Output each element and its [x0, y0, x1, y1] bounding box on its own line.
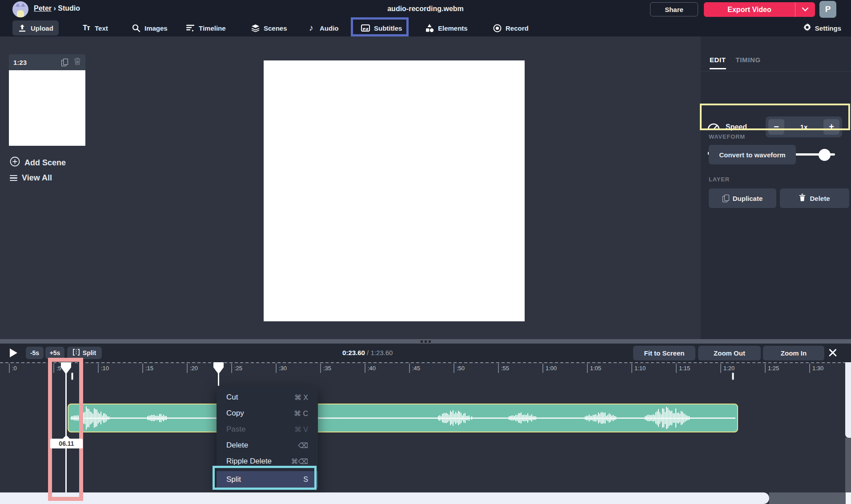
upload-icon	[18, 24, 27, 32]
zoom-out-button[interactable]: Zoom Out	[698, 346, 761, 360]
menu-item-shortcut: ⌘ C	[294, 409, 308, 418]
clip-trim-handle-left[interactable]	[71, 372, 73, 380]
ruler-tick-label: :25	[234, 365, 242, 372]
ruler-tick	[98, 364, 99, 373]
ruler-tick	[53, 364, 54, 373]
toolbar-item-label: Audio	[320, 24, 339, 32]
speed-stepper: − 1x +	[766, 116, 842, 137]
timeline-icon	[186, 24, 195, 32]
chevron-down-icon[interactable]	[795, 8, 815, 12]
speed-increase-button[interactable]: +	[823, 119, 839, 135]
context-menu-item-split[interactable]: SplitS	[217, 471, 318, 488]
ruler-tick	[454, 364, 454, 373]
duplicate-layer-button[interactable]: Duplicate	[709, 188, 776, 208]
settings-label: Settings	[815, 24, 841, 32]
toolbar-item-label: Record	[506, 24, 529, 32]
menu-item-label: Copy	[226, 409, 244, 418]
toolbar-item-record[interactable]: Record	[487, 20, 534, 36]
ruler-tick-label: :50	[457, 365, 465, 372]
panel-tabs: EDIT TIMING	[710, 56, 761, 69]
export-video-button[interactable]: Export Video	[704, 2, 815, 17]
menu-item-shortcut: ⌘⌫	[291, 457, 308, 466]
play-button[interactable]	[10, 348, 17, 357]
menu-item-label: Paste	[226, 425, 245, 434]
marker-line	[65, 373, 67, 492]
horizontal-scrollbar-track[interactable]	[769, 492, 846, 504]
toolbar-item-elements[interactable]: Elements	[420, 20, 473, 36]
duplicate-scene-icon[interactable]	[61, 59, 68, 66]
context-menu-item-ripple-delete[interactable]: Ripple Delete⌘⌫	[217, 453, 318, 469]
fit-to-screen-button[interactable]: Fit to Screen	[633, 346, 695, 360]
video-canvas[interactable]	[264, 60, 525, 321]
ruler-tick	[720, 364, 721, 373]
convert-to-waveform-button[interactable]: Convert to waveform	[709, 145, 796, 164]
ruler-dashed-border	[0, 362, 851, 363]
ruler-tick	[409, 364, 410, 373]
toolbar-item-label: Scenes	[264, 24, 287, 32]
context-menu: Cut⌘ XCopy⌘ CPaste⌘ VDelete⌫Ripple Delet…	[217, 386, 318, 492]
close-timeline-icon[interactable]	[827, 347, 839, 359]
ruler-tick-label: 1:15	[679, 365, 690, 372]
timeline-area[interactable]: :0:5:10:15:20:25:30:35:40:45:50:551:001:…	[0, 362, 851, 492]
elements-icon	[425, 24, 434, 32]
duplicate-label: Duplicate	[733, 195, 763, 202]
horizontal-scrollbar-thumb[interactable]	[0, 492, 769, 504]
toolbar-item-upload[interactable]: Upload	[12, 20, 59, 36]
split-button-label: Split	[83, 349, 96, 356]
context-menu-item-paste: Paste⌘ V	[217, 421, 318, 437]
ruler-tick-label: :45	[412, 365, 420, 372]
share-button[interactable]: Share	[650, 2, 698, 16]
ruler-tick-label: :35	[323, 365, 331, 372]
text-icon: Tᴛ	[82, 24, 91, 32]
toolbar-item-subtitles[interactable]: Subtitles	[356, 20, 407, 36]
studio-app: Peter › Studio audio-recording.webm Shar…	[0, 0, 851, 504]
gear-icon	[803, 23, 811, 33]
ruler-tick	[231, 364, 232, 373]
clip-trim-handle-right[interactable]	[732, 372, 734, 380]
time-display: 0:23.60 / 1:23.60	[342, 349, 393, 356]
zoom-in-button[interactable]: Zoom In	[763, 346, 824, 360]
split-button[interactable]: Split	[67, 347, 102, 359]
ruler-tick-label: :40	[368, 365, 376, 372]
context-menu-item-delete[interactable]: Delete⌫	[217, 437, 318, 453]
ruler-tick	[587, 364, 588, 373]
menu-item-shortcut: ⌫	[298, 441, 308, 450]
context-menu-item-cut[interactable]: Cut⌘ X	[217, 389, 318, 405]
ruler-tick-label: 1:00	[546, 365, 557, 372]
settings-button[interactable]: Settings	[803, 20, 841, 36]
vertical-scrollbar-track[interactable]	[845, 438, 851, 492]
tab-timing[interactable]: TIMING	[736, 56, 761, 69]
scene-thumbnail[interactable]	[9, 70, 85, 146]
scrollbar-corner	[846, 492, 851, 504]
toolbar-item-images[interactable]: Images	[126, 20, 173, 36]
toolbar-item-timeline[interactable]: Timeline	[181, 20, 231, 36]
panel-resize-handle[interactable]	[0, 339, 851, 344]
speed-decrease-button[interactable]: −	[768, 119, 784, 135]
account-avatar[interactable]: P	[819, 1, 836, 18]
tab-edit[interactable]: EDIT	[710, 56, 726, 69]
volume-slider-thumb[interactable]	[819, 149, 831, 161]
toolbar-item-text[interactable]: TᴛText	[76, 20, 113, 36]
trash-icon[interactable]	[74, 57, 81, 67]
top-bar: Peter › Studio audio-recording.webm Shar…	[0, 0, 851, 19]
toolbar-item-audio[interactable]: ♪Audio	[301, 20, 344, 36]
menu-item-label: Cut	[226, 393, 238, 402]
context-menu-item-copy[interactable]: Copy⌘ C	[217, 405, 318, 421]
scene-card[interactable]: 1:23	[9, 54, 85, 146]
playhead-flag[interactable]	[213, 362, 224, 376]
add-scene-button[interactable]: Add Scene	[10, 156, 66, 169]
ruler-tick-label: :30	[279, 365, 287, 372]
main-toolbar: UploadTᴛTextImagesTimelineScenes♪AudioSu…	[0, 19, 851, 36]
view-all-button[interactable]: View All	[10, 173, 52, 183]
toolbar-item-scenes[interactable]: Scenes	[245, 20, 293, 36]
vertical-scrollbar-thumb[interactable]	[845, 362, 851, 438]
ruler-tick	[809, 364, 810, 373]
seek-forward-5s-button[interactable]: +5s	[45, 347, 64, 359]
current-time: 0:23.60	[342, 349, 365, 356]
delete-layer-button[interactable]: Delete	[780, 188, 849, 208]
ruler-tick	[9, 364, 10, 373]
scenes-icon	[251, 24, 260, 32]
audio-clip[interactable]	[68, 404, 738, 432]
seek-back-5s-button[interactable]: -5s	[26, 347, 44, 359]
marker-flag[interactable]	[61, 362, 71, 376]
